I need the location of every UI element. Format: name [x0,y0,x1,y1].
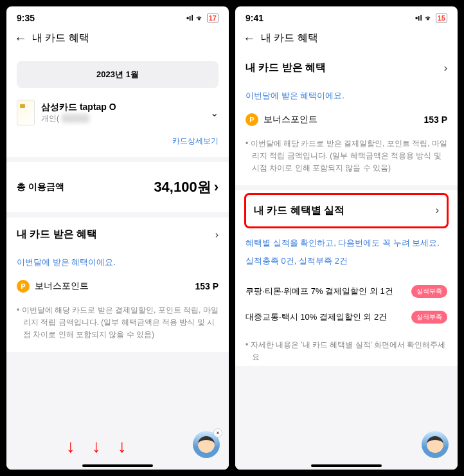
card-name: 삼성카드 taptap O [41,102,204,113]
point-icon: P [245,113,258,126]
bonus-point-row[interactable]: P 보너스포인트 153 P [245,111,447,129]
performance-summary: 실적충족 0건, 실적부족 2건 [245,255,447,267]
arrow-down-icon: ↓ [66,436,75,457]
status-bar: 9:41 •ıl ᯤ 15 [235,6,458,26]
card-image [17,100,35,125]
status-badge: 실적부족 [411,311,447,324]
chevron-down-icon[interactable]: ⌄ [210,107,219,119]
nav-bar: ← 내 카드 혜택 [6,26,229,51]
battery-level: 15 [436,14,447,23]
point-value: 153 P [195,281,219,291]
nav-bar: ← 내 카드 혜택 [235,26,458,51]
benefit-label: 쿠팡·티몬·위메프 7% 결제일할인 외 1건 [245,286,393,297]
battery-level: 17 [207,14,219,23]
benefits-title: 내 카드 받은 혜택 [245,61,326,75]
status-badge: 실적부족 [411,285,447,298]
amount-label: 총 이용금액 [17,181,64,193]
point-value: 153 P [424,114,447,125]
benefits-header[interactable]: 내 카드 받은 혜택 › [245,61,447,75]
chevron-right-icon: › [215,229,219,241]
signal-icon: •ıl [415,14,422,23]
scroll-arrows-annotation: ↓ ↓ ↓ [66,436,127,457]
chevron-right-icon: › [444,62,447,74]
arrow-down-icon: ↓ [118,436,127,457]
signal-icon: •ıl [186,14,193,23]
benefits-subtitle: 이번달에 받은 혜택이에요. [17,257,219,268]
phone-left: 9:35 •ıl ᯤ 17 ← 내 카드 혜택 2023년 1월 삼성카드 ta… [6,6,229,470]
home-indicator[interactable] [82,464,153,467]
benefits-note: 이번달에 해당 카드로 받은 결제일할인, 포인트 적립, 마일리지 적립 금액… [17,295,219,342]
page-title: 내 카드 혜택 [261,32,318,45]
benefit-item[interactable]: 대중교통·택시 10% 결제일할인 외 2건 실적부족 [245,304,447,330]
card-section: 2023년 1월 삼성카드 taptap O 개인(0000 ⌄ 카드상세보기 [6,51,229,157]
benefits-section: 내 카드 받은 혜택 › 이번달에 받은 혜택이에요. P 보너스포인트 153… [235,51,458,185]
total-amount-row[interactable]: 총 이용금액 34,100원 › [17,172,219,202]
time: 9:35 [17,13,35,23]
benefits-title: 내 카드 받은 혜택 [17,228,97,241]
wifi-icon: ᯤ [196,14,204,23]
content-scroll[interactable]: 내 카드 받은 혜택 › 이번달에 받은 혜택이에요. P 보너스포인트 153… [235,51,458,470]
close-icon[interactable]: × [213,428,222,437]
amount-section: 총 이용금액 34,100원 › [6,162,229,212]
card-detail-link[interactable]: 카드상세보기 [17,136,219,147]
status-bar: 9:35 •ıl ᯤ 17 [6,6,229,26]
performance-desc: 혜택별 실적을 확인하고, 다음번에도 꼭 누려 보세요. [245,237,447,249]
time: 9:41 [245,13,263,23]
benefit-item[interactable]: 쿠팡·티몬·위메프 7% 결제일할인 외 1건 실적부족 [245,279,447,304]
chatbot-avatar[interactable]: × [193,431,220,458]
chevron-right-icon: › [214,179,219,196]
status-icons: •ıl ᯤ 15 [415,14,447,23]
benefits-section: 내 카드 받은 혜택 › 이번달에 받은 혜택이에요. P 보너스포인트 153… [6,217,229,352]
back-icon[interactable]: ← [243,31,256,46]
chatbot-avatar[interactable] [422,431,449,458]
page-title: 내 카드 혜택 [32,32,89,45]
point-label: 보너스포인트 [263,114,418,125]
benefits-subtitle: 이번달에 받은 혜택이에요. [245,90,447,102]
benefits-note: 이번달에 해당 카드로 받은 결제일할인, 포인트 적립, 마일리지 적립 금액… [245,129,447,175]
bonus-point-row[interactable]: P 보너스포인트 153 P [17,277,219,295]
phone-right: 9:41 •ıl ᯤ 15 ← 내 카드 혜택 내 카드 받은 혜택 › 이번달… [235,6,458,470]
benefits-header[interactable]: 내 카드 받은 혜택 › [17,228,219,241]
masked-number: 0000 [62,114,89,123]
content-scroll[interactable]: 2023년 1월 삼성카드 taptap O 개인(0000 ⌄ 카드상세보기 … [6,51,229,470]
back-icon[interactable]: ← [14,31,27,46]
card-sub: 개인(0000 [41,113,204,124]
point-icon: P [17,280,30,293]
performance-highlight[interactable]: 내 카드 혜택별 실적 › [244,193,449,228]
amount-value: 34,100원 [154,178,211,197]
benefit-label: 대중교통·택시 10% 결제일할인 외 2건 [245,311,387,323]
performance-title: 내 카드 혜택별 실적 [254,204,344,217]
performance-section: 내 카드 혜택별 실적 › 혜택별 실적을 확인하고, 다음번에도 꼭 누려 보… [235,190,458,366]
home-indicator[interactable] [311,464,382,467]
status-icons: •ıl ᯤ 17 [186,14,219,23]
point-label: 보너스포인트 [35,280,190,292]
performance-footer: 자세한 내용은 '내 카드 혜택별 실적' 화면에서 확인해주세요 [245,330,447,363]
card-selector[interactable]: 삼성카드 taptap O 개인(0000 ⌄ [17,95,219,131]
month-banner[interactable]: 2023년 1월 [17,61,219,88]
chevron-right-icon: › [436,205,439,216]
arrow-down-icon: ↓ [92,436,101,457]
wifi-icon: ᯤ [425,14,433,23]
